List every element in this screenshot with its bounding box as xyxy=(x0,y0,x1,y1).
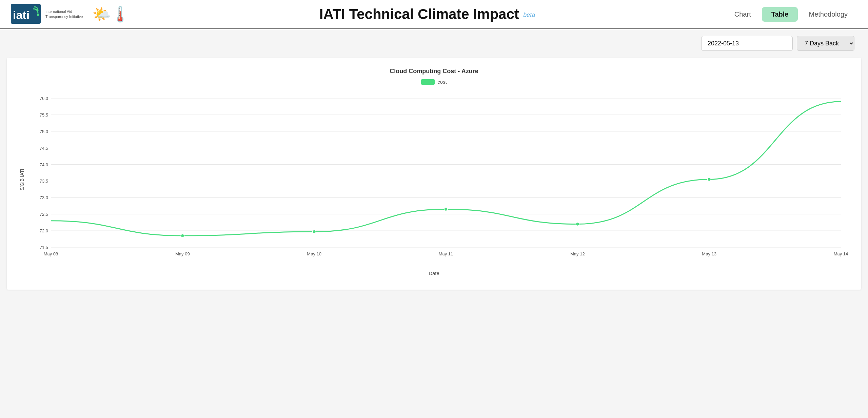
svg-point-30 xyxy=(181,234,184,237)
iati-logo-icon: iati xyxy=(11,4,41,24)
tab-table[interactable]: Table xyxy=(762,7,798,22)
app-header: iati International Aid Transparency Init… xyxy=(0,0,868,29)
svg-text:74.0: 74.0 xyxy=(40,162,48,167)
iati-logo: iati xyxy=(11,4,41,24)
climate-icon: 🌤️🌡️ xyxy=(92,5,130,23)
page-title: IATI Technical Climate Impact xyxy=(319,6,519,22)
svg-text:72.0: 72.0 xyxy=(40,228,48,233)
svg-text:May 08: May 08 xyxy=(44,251,58,256)
svg-text:71.5: 71.5 xyxy=(40,245,48,250)
chart-title: Cloud Computing Cost - Azure xyxy=(14,68,854,75)
svg-point-32 xyxy=(444,208,448,211)
svg-text:May 11: May 11 xyxy=(439,251,453,256)
controls-area: 7 Days Back 14 Days Back 30 Days Back 90… xyxy=(0,29,868,58)
svg-text:May 12: May 12 xyxy=(570,251,585,256)
chart-container: Cloud Computing Cost - Azure cost $/GiB … xyxy=(7,58,861,290)
svg-point-2 xyxy=(37,14,39,16)
org-name-text: International Aid Transparency Initiativ… xyxy=(45,9,83,20)
svg-text:73.5: 73.5 xyxy=(40,179,48,184)
svg-text:May 13: May 13 xyxy=(702,251,716,256)
main-nav: Chart Table Methodology xyxy=(725,7,857,22)
logo-area: iati International Aid Transparency Init… xyxy=(11,4,130,24)
tab-methodology[interactable]: Methodology xyxy=(799,7,857,22)
svg-text:May 09: May 09 xyxy=(175,251,190,256)
legend-label: cost xyxy=(437,79,447,85)
svg-text:75.5: 75.5 xyxy=(40,112,48,118)
svg-text:73.0: 73.0 xyxy=(40,195,48,200)
svg-text:72.5: 72.5 xyxy=(40,212,48,217)
date-input[interactable] xyxy=(701,36,793,51)
chart-area: 71.572.072.573.073.574.074.575.075.576.0… xyxy=(31,91,854,268)
days-back-select[interactable]: 7 Days Back 14 Days Back 30 Days Back 90… xyxy=(797,36,854,51)
svg-text:May 10: May 10 xyxy=(307,251,321,256)
legend-color-swatch xyxy=(421,79,435,85)
svg-text:iati: iati xyxy=(13,8,29,21)
x-axis-label: Date xyxy=(14,270,854,276)
svg-point-31 xyxy=(313,230,316,233)
page-title-area: IATI Technical Climate Impact beta xyxy=(130,6,725,22)
svg-text:74.5: 74.5 xyxy=(40,146,48,151)
chart-svg: 71.572.072.573.073.574.074.575.075.576.0… xyxy=(31,91,854,268)
y-axis-label: $/GiB IATI xyxy=(19,169,25,190)
chart-legend: cost xyxy=(14,79,854,85)
svg-point-33 xyxy=(576,223,579,226)
tab-chart[interactable]: Chart xyxy=(725,7,761,22)
beta-badge: beta xyxy=(523,12,535,18)
svg-point-34 xyxy=(708,178,711,181)
svg-text:75.0: 75.0 xyxy=(40,129,48,134)
svg-text:May 14: May 14 xyxy=(834,251,848,256)
svg-text:76.0: 76.0 xyxy=(40,96,48,101)
